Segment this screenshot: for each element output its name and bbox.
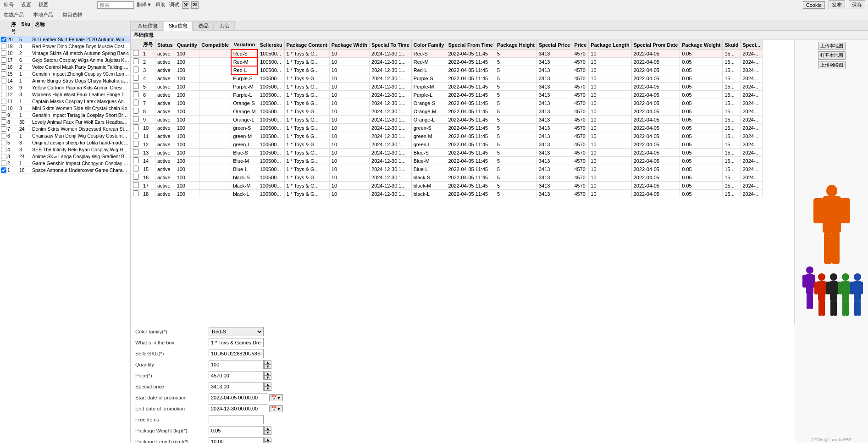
- menu-设置[interactable]: 设置: [20, 1, 32, 9]
- list-item-checkbox[interactable]: [1, 78, 6, 83]
- list-item[interactable]: 205Slit Leather Skirt Female 2020 Autumn…: [0, 36, 130, 43]
- list-item-checkbox[interactable]: [1, 92, 6, 97]
- list-item-checkbox[interactable]: [1, 57, 6, 63]
- list-item[interactable]: 123Womens High Waist Faux Leather Fringe…: [0, 91, 130, 98]
- table-row[interactable]: 10active100green-S100500...1 * Toys & G.…: [131, 124, 763, 132]
- table-row[interactable]: 18active100black-L100500...1 * Toys & G.…: [131, 190, 763, 198]
- row-checkbox[interactable]: [133, 83, 139, 89]
- list-item-checkbox[interactable]: [1, 85, 6, 90]
- list-item[interactable]: 193Red Power Dino Charge Boys Muscle Cos…: [0, 43, 130, 50]
- table-row[interactable]: 14active100Blue-M100500...1 * Toys & G..…: [131, 157, 763, 165]
- list-item[interactable]: 151Genshin Impact Zhongli Cosplay 90cm L…: [0, 71, 130, 78]
- list-item-checkbox[interactable]: [1, 133, 6, 138]
- table-row[interactable]: 11active100green-M100500...1 * Toys & G.…: [131, 132, 763, 140]
- search-input[interactable]: [97, 1, 134, 9]
- table-row[interactable]: 4active100Purple-S100500...1 * Toys & G.…: [131, 74, 763, 83]
- row-checkbox[interactable]: [133, 141, 139, 147]
- sku-table-area[interactable]: 序号StatusQuantityCompatibleVariationSelle…: [131, 40, 795, 324]
- tool-icon2[interactable]: ✉: [191, 1, 199, 9]
- translate-menu[interactable]: 翻译▼: [136, 1, 153, 9]
- tab-category-select[interactable]: 类目选择: [61, 11, 83, 19]
- end-promo-input[interactable]: [209, 404, 268, 413]
- save-button[interactable]: 保存: [849, 0, 865, 9]
- table-row[interactable]: 13active100Blue-S100500...1 * Toys & G..…: [131, 149, 763, 157]
- debug-menu[interactable]: 调试: [168, 1, 180, 9]
- row-checkbox[interactable]: [133, 157, 139, 163]
- pkg-weight-input[interactable]: [209, 426, 264, 435]
- list-item-checkbox[interactable]: [1, 71, 6, 77]
- list-item-checkbox[interactable]: [1, 105, 6, 111]
- special-price-input[interactable]: [209, 382, 264, 391]
- seller-sku-input[interactable]: [209, 349, 264, 358]
- row-checkbox[interactable]: [133, 116, 139, 122]
- list-item[interactable]: 162Voice Control Mask Party Dynamic Talk…: [0, 64, 130, 71]
- list-item[interactable]: 118Space Astronaut Undercover Game Chara…: [0, 167, 130, 174]
- tab-local-products[interactable]: 本地产品: [32, 11, 54, 19]
- list-item-checkbox[interactable]: [1, 119, 6, 125]
- row-checkbox[interactable]: [133, 149, 139, 155]
- start-promo-input[interactable]: [209, 393, 268, 402]
- cookie-button[interactable]: Cookie: [803, 1, 825, 9]
- table-row[interactable]: 8active100Orange-M100500...1 * Toys & G.…: [131, 107, 763, 116]
- list-item[interactable]: 141Anime Bungo Stray Dogs Chuya Nakahara…: [0, 78, 130, 84]
- list-item-checkbox[interactable]: [1, 44, 6, 49]
- table-row[interactable]: 6active100Purple-L100500...1 * Toys & G.…: [131, 91, 763, 99]
- tab-other[interactable]: 其它: [215, 21, 235, 30]
- pkg-length-input[interactable]: [209, 437, 264, 443]
- list-item-checkbox[interactable]: [1, 37, 6, 42]
- list-item-checkbox[interactable]: [1, 167, 6, 173]
- spin-down[interactable]: ▼: [264, 387, 271, 391]
- upload-web-img-button[interactable]: 上传网络图: [818, 61, 846, 69]
- spin-up[interactable]: ▲: [264, 382, 271, 387]
- row-checkbox[interactable]: [133, 166, 139, 172]
- menu-标号[interactable]: 标号: [3, 1, 15, 9]
- spin-up[interactable]: ▲: [264, 360, 271, 365]
- open-local-img-button[interactable]: 打开本地图: [818, 51, 846, 60]
- table-row[interactable]: 1active100Red-S100500...1 * Toys & G...1…: [131, 50, 763, 58]
- list-item[interactable]: 111Captain Masks Cosplay Latex Masques A…: [0, 98, 130, 105]
- list-item[interactable]: 43SEB The Infinity Reki Kyan Cosplay Wig…: [0, 146, 130, 153]
- list-item[interactable]: 830Lovely Animal Faux Fur Wolf Ears Head…: [0, 119, 130, 126]
- quantity-input[interactable]: [209, 360, 264, 369]
- row-checkbox[interactable]: [133, 75, 139, 81]
- list-item[interactable]: 176Gojo Satoru Cosplay Wigs Anime Jujuts…: [0, 57, 130, 64]
- tab-basic-info[interactable]: 基础信息: [133, 21, 163, 30]
- table-row[interactable]: 3active100Red-L100500...1 * Toys & G...1…: [131, 66, 763, 74]
- what-in-box-input[interactable]: [209, 338, 264, 347]
- spin-down[interactable]: ▼: [264, 365, 271, 369]
- table-row[interactable]: 9active100Orange-L100500...1 * Toys & G.…: [131, 116, 763, 124]
- row-checkbox[interactable]: [133, 182, 139, 188]
- list-item[interactable]: 21Game Genshin Impact Chongyun Cosplay W…: [0, 160, 130, 167]
- list-item-checkbox[interactable]: [1, 64, 6, 70]
- row-checkbox[interactable]: [133, 124, 139, 130]
- table-row[interactable]: 2active100Red-M100500...1 * Toys & G...1…: [131, 58, 763, 66]
- table-row[interactable]: 17active100black-M100500...1 * Toys & G.…: [131, 182, 763, 190]
- spin-up[interactable]: ▲: [264, 426, 271, 431]
- table-row[interactable]: 5active100Purple-M100500...1 * Toys & G.…: [131, 83, 763, 91]
- list-item[interactable]: 61Chainsaw Man Denji Wig Cosplay Costume…: [0, 133, 130, 139]
- list-item-checkbox[interactable]: [1, 147, 6, 152]
- list-item-checkbox[interactable]: [1, 112, 6, 118]
- list-item[interactable]: 91Genshin Impact Tartaglia Cosplay Short…: [0, 112, 130, 119]
- list-item-checkbox[interactable]: [1, 99, 6, 104]
- color-family-select[interactable]: Red-SRed-MRed-LPurple-SPurple-MPurple-LO…: [209, 327, 264, 336]
- free-items-input[interactable]: [209, 415, 264, 424]
- table-row[interactable]: 12active100green-L100500...1 * Toys & G.…: [131, 140, 763, 149]
- list-item[interactable]: 103Mini Skirts Women Side-slit Crystal-c…: [0, 105, 130, 112]
- row-checkbox[interactable]: [133, 50, 139, 56]
- table-row[interactable]: 16active100black-S100500...1 * Toys & G.…: [131, 173, 763, 182]
- help-menu[interactable]: 帮助: [155, 1, 166, 9]
- tool-icon1[interactable]: ⚒: [182, 1, 189, 9]
- row-checkbox[interactable]: [133, 190, 139, 196]
- list-item-checkbox[interactable]: [1, 50, 6, 56]
- row-checkbox[interactable]: [133, 174, 139, 180]
- spin-up[interactable]: ▲: [264, 371, 271, 376]
- list-item-checkbox[interactable]: [1, 154, 6, 159]
- list-item[interactable]: 324Anime SK∞ Langa Cosplay Wig Gradient …: [0, 153, 130, 160]
- row-checkbox[interactable]: [133, 91, 139, 97]
- list-item[interactable]: 53Original design sheep ko Lolita hand-m…: [0, 139, 130, 146]
- row-checkbox[interactable]: [133, 58, 139, 64]
- table-row[interactable]: 15active100Blue-L100500...1 * Toys & G..…: [131, 165, 763, 173]
- tab-sku-info[interactable]: Sku信息: [164, 21, 193, 31]
- table-row[interactable]: 7active100Orange-S100500...1 * Toys & G.…: [131, 99, 763, 107]
